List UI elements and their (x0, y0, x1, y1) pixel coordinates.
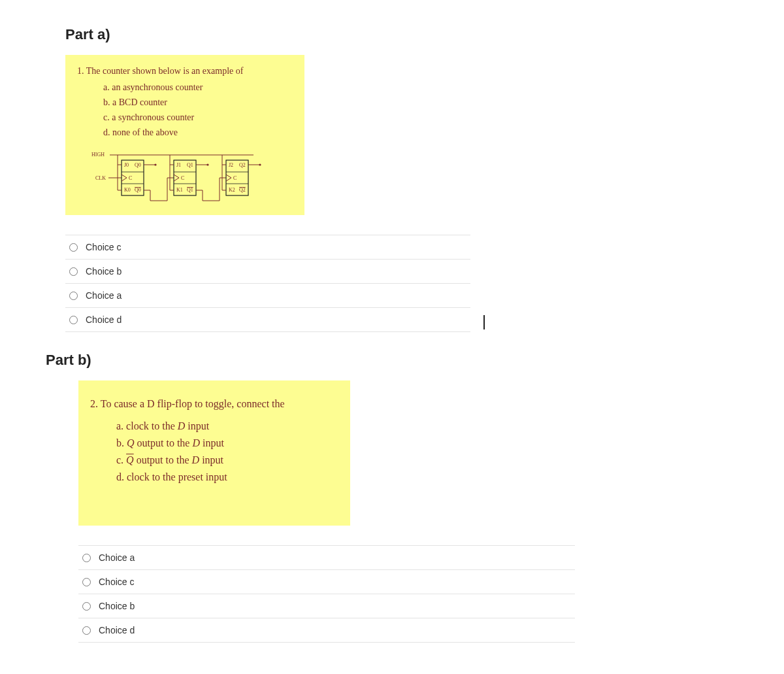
question-b-option-d: d. clock to the preset input (116, 469, 338, 485)
choice-row[interactable]: Choice b (65, 259, 470, 283)
question-b-option-a: a. clock to the D input (116, 418, 338, 434)
svg-text:J0: J0 (124, 162, 129, 168)
question-b-options: a. clock to the D input b. Q output to t… (116, 418, 338, 485)
svg-text:C: C (233, 175, 237, 181)
radio-icon[interactable] (82, 554, 91, 562)
svg-point-14 (154, 163, 156, 165)
svg-text:C: C (129, 175, 132, 181)
question-a-option-a: a. an asynchronous counter (103, 80, 293, 94)
question-b-option-c: c. Q output to the D input (116, 452, 338, 468)
svg-text:Q1: Q1 (187, 187, 193, 193)
svg-text:C: C (181, 175, 184, 181)
choice-label: Choice c (86, 242, 121, 252)
svg-text:Q0: Q0 (135, 162, 141, 168)
svg-text:Q2: Q2 (239, 162, 246, 168)
choice-row[interactable]: Choice c (78, 569, 575, 594)
question-a-number: 1. (77, 66, 84, 76)
choice-row[interactable]: Choice b (78, 594, 575, 618)
choice-label: Choice a (86, 290, 122, 301)
choice-label: Choice b (99, 601, 135, 611)
choice-label: Choice b (86, 266, 122, 277)
question-a-options: a. an asynchronous counter b. a BCD coun… (103, 80, 293, 139)
radio-icon[interactable] (69, 267, 78, 276)
question-a-text: The counter shown below is an example of (86, 66, 244, 76)
question-b-text: To cause a D flip-flop to toggle, connec… (101, 398, 285, 409)
svg-point-50 (259, 163, 261, 165)
part-a-heading: Part a) (65, 26, 719, 43)
choice-row[interactable]: Choice d (65, 307, 470, 332)
svg-point-32 (206, 163, 208, 165)
question-box-b: 2. To cause a D flip-flop to toggle, con… (78, 380, 350, 526)
question-a-prompt: 1. The counter shown below is an example… (77, 64, 293, 78)
question-a-option-d: d. none of the above (103, 126, 293, 139)
radio-icon[interactable] (69, 316, 78, 324)
radio-icon[interactable] (82, 602, 91, 611)
radio-icon[interactable] (69, 243, 78, 252)
radio-icon[interactable] (82, 626, 91, 635)
question-b-number: 2. (90, 398, 98, 409)
circuit-diagram: HIGH CLK J0 Q0 C K0 (90, 147, 293, 206)
svg-text:J1: J1 (176, 162, 181, 168)
svg-text:Q0: Q0 (135, 187, 141, 193)
svg-text:K2: K2 (229, 187, 235, 193)
svg-text:Q2: Q2 (239, 187, 246, 193)
choice-label: Choice d (86, 314, 122, 325)
svg-text:K0: K0 (124, 187, 131, 193)
svg-text:Q1: Q1 (187, 162, 193, 168)
svg-text:J2: J2 (229, 162, 233, 168)
circuit-clk-label: CLK (95, 175, 106, 181)
circuit-high-label: HIGH (91, 152, 105, 158)
choice-row[interactable]: Choice d (78, 618, 575, 643)
choice-row[interactable]: Choice a (78, 545, 575, 569)
question-a-option-b: b. a BCD counter (103, 95, 293, 109)
choice-label: Choice d (99, 625, 135, 635)
question-b-option-b: b. Q output to the D input (116, 435, 338, 451)
radio-icon[interactable] (69, 292, 78, 300)
question-a-option-c: c. a synchronous counter (103, 110, 293, 124)
choice-row[interactable]: Choice c (65, 235, 470, 259)
question-box-a: 1. The counter shown below is an example… (65, 55, 304, 215)
choices-part-b: Choice a Choice c Choice b Choice d (78, 545, 575, 643)
question-b-prompt: 2. To cause a D flip-flop to toggle, con… (90, 396, 338, 412)
choice-row[interactable]: Choice a (65, 283, 470, 307)
choices-part-a: Choice c Choice b Choice a Choice d (65, 235, 470, 332)
part-b-heading: Part b) (46, 352, 719, 369)
radio-icon[interactable] (82, 578, 91, 586)
choice-label: Choice c (99, 577, 134, 587)
text-cursor (483, 315, 485, 329)
choice-label: Choice a (99, 552, 135, 563)
svg-text:K1: K1 (176, 187, 183, 193)
